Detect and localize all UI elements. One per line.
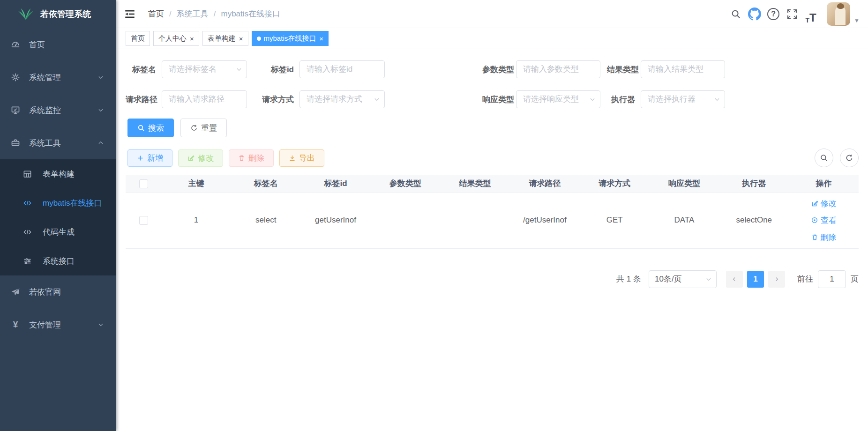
field-label: 标签id	[261, 64, 299, 75]
request-method-select[interactable]	[299, 90, 385, 108]
sidebar-item-label: 系统管理	[29, 72, 61, 83]
field-label: 结果类型	[607, 64, 641, 75]
sidebar-menu: 首页 系统管理	[0, 28, 116, 341]
export-button[interactable]: 导出	[279, 149, 324, 167]
select-all-checkbox[interactable]	[139, 179, 148, 188]
monitor-icon	[10, 105, 21, 115]
breadcrumb-separator: /	[169, 9, 172, 19]
column-header: 参数类型	[370, 175, 440, 192]
tab-mybatis-online-api[interactable]: mybatis在线接口 ×	[252, 31, 329, 46]
add-button[interactable]: 新增	[127, 149, 172, 167]
field-label: 响应类型	[482, 94, 516, 105]
question-mark-icon: ?	[767, 8, 779, 20]
header-search-icon[interactable]	[726, 5, 745, 23]
toggle-search-button[interactable]	[815, 149, 833, 167]
plus-icon	[137, 155, 144, 162]
tab-form-builder[interactable]: 表单构建 ×	[202, 31, 248, 46]
table-row[interactable]: 1 select getUserInof /getUserInof GET DA…	[126, 192, 859, 248]
paper-plane-icon	[10, 287, 21, 297]
row-edit-link[interactable]: 修改	[811, 198, 837, 209]
cell-method: GET	[580, 192, 650, 248]
sidebar-item-ruoyi-website[interactable]: 若依官网	[0, 275, 116, 308]
column-header: 请求路径	[510, 175, 580, 192]
tab-home[interactable]: 首页	[126, 31, 150, 46]
code-icon	[22, 198, 32, 208]
response-type-select[interactable]	[516, 90, 600, 108]
main-area: 首页 / 系统工具 / mybatis在线接口 ?	[116, 0, 868, 431]
github-icon[interactable]	[745, 5, 764, 23]
refresh-table-button[interactable]	[840, 149, 859, 167]
sidebar-item-label: 支付管理	[29, 320, 61, 330]
row-actions: 修改 查看	[789, 198, 859, 243]
row-delete-label: 删除	[821, 232, 837, 243]
column-header: 请求方式	[580, 175, 650, 192]
page-number-button[interactable]: 1	[747, 271, 764, 288]
pagination: 共 1 条 10条/页 1 前往 页	[126, 270, 859, 288]
delete-button[interactable]: 删除	[229, 149, 274, 167]
param-type-input[interactable]	[516, 60, 600, 78]
sidebar-item-system-monitor[interactable]: 系统监控	[0, 94, 116, 126]
close-icon[interactable]: ×	[190, 35, 194, 42]
close-icon[interactable]: ×	[239, 35, 243, 42]
breadcrumb-system-tools: 系统工具	[177, 8, 209, 19]
tab-profile[interactable]: 个人中心 ×	[153, 31, 199, 46]
row-view-label: 查看	[821, 215, 837, 226]
row-delete-link[interactable]: 删除	[811, 232, 837, 243]
caret-down-icon: ▼	[854, 17, 860, 24]
row-view-link[interactable]: 查看	[811, 215, 837, 226]
sidebar-item-mybatis-online-api[interactable]: mybatis在线接口	[0, 188, 116, 217]
search-button[interactable]: 搜索	[127, 119, 174, 137]
sidebar-item-label: 首页	[29, 39, 45, 50]
sidebar-item-label: 代码生成	[43, 227, 75, 238]
toolbox-icon	[10, 138, 21, 148]
code-icon	[22, 227, 32, 237]
prev-page-button[interactable]	[726, 271, 743, 288]
goto-label: 前往	[797, 274, 813, 284]
goto-page-input[interactable]	[818, 270, 846, 288]
chevron-down-icon	[97, 321, 104, 328]
fullscreen-icon[interactable]	[783, 5, 801, 23]
sidebar-item-system-api[interactable]: 系统接口	[0, 246, 116, 275]
column-header: 操作	[789, 175, 859, 192]
field-label: 请求路径	[126, 94, 162, 105]
request-path-input[interactable]	[162, 90, 247, 108]
avatar[interactable]	[827, 2, 850, 26]
page-size-select[interactable]: 10条/页	[649, 270, 717, 288]
sidebar-item-code-generation[interactable]: 代码生成	[0, 217, 116, 246]
field-label: 执行器	[607, 94, 641, 105]
sidebar-item-label: 系统接口	[43, 256, 75, 267]
dashboard-icon	[10, 39, 21, 50]
cell-actions: 修改 查看	[789, 192, 859, 248]
tag-id-input[interactable]	[299, 60, 385, 78]
table-tools	[815, 149, 859, 167]
cell-tag-name: select	[231, 192, 301, 248]
breadcrumb-home[interactable]: 首页	[148, 8, 164, 19]
result-type-input[interactable]	[641, 60, 725, 78]
close-icon[interactable]: ×	[319, 35, 323, 42]
sidebar-item-system-manage[interactable]: 系统管理	[0, 61, 116, 94]
row-checkbox[interactable]	[139, 216, 148, 225]
sidebar-item-home[interactable]: 首页	[0, 28, 116, 61]
form-item-tag-id: 标签id	[261, 60, 385, 78]
reset-button[interactable]: 重置	[180, 119, 227, 137]
column-header: 主键	[161, 175, 231, 192]
tag-name-select[interactable]	[162, 60, 247, 78]
sidebar-toggle-icon[interactable]	[124, 8, 136, 20]
executor-select[interactable]	[641, 90, 725, 108]
help-icon[interactable]: ?	[764, 5, 783, 23]
sidebar-item-payment-manage[interactable]: ¥ 支付管理	[0, 308, 116, 341]
sidebar-item-form-builder[interactable]: 表单构建	[0, 159, 116, 188]
font-size-icon[interactable]: TT	[801, 5, 820, 23]
cell-executor: selectOne	[719, 192, 789, 248]
field-label: 标签名	[126, 64, 162, 75]
header-select-all	[126, 175, 161, 192]
user-menu[interactable]: ▼	[827, 2, 860, 26]
sidebar-item-system-tools[interactable]: 系统工具	[0, 126, 116, 159]
trash-icon	[238, 155, 245, 162]
logo-area[interactable]: 若依管理系统	[0, 0, 116, 28]
edit-button[interactable]: 修改	[178, 149, 223, 167]
search-icon	[137, 124, 145, 132]
sliders-icon	[22, 256, 32, 266]
page-unit-label: 页	[851, 274, 859, 284]
next-page-button[interactable]	[768, 271, 785, 288]
